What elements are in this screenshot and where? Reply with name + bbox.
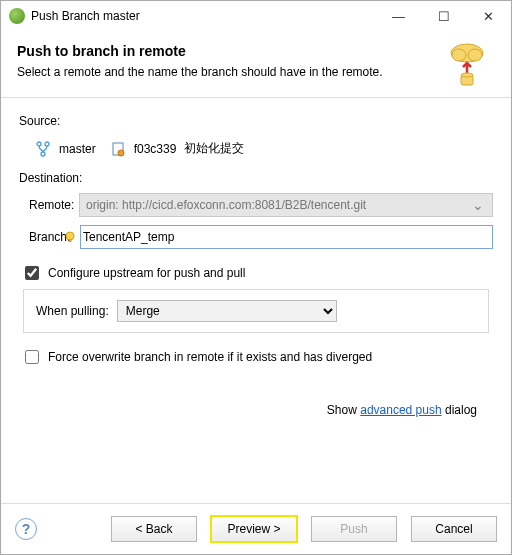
when-pulling-label: When pulling: bbox=[36, 304, 109, 318]
push-cloud-icon bbox=[447, 41, 487, 87]
branch-row: Branch: bbox=[19, 225, 493, 249]
maximize-button[interactable]: ☐ bbox=[421, 1, 466, 31]
title-bar: Push Branch master — ☐ ✕ bbox=[1, 1, 511, 31]
svg-point-9 bbox=[118, 150, 124, 156]
preview-button[interactable]: Preview > bbox=[211, 516, 297, 542]
source-branch-name: master bbox=[59, 142, 96, 156]
force-overwrite-row[interactable]: Force overwrite branch in remote if it e… bbox=[21, 347, 493, 367]
close-button[interactable]: ✕ bbox=[466, 1, 511, 31]
remote-label: Remote: bbox=[19, 198, 79, 212]
commit-icon bbox=[112, 141, 126, 157]
commit-message: 初始化提交 bbox=[184, 140, 244, 157]
header-subtitle: Select a remote and the name the branch … bbox=[17, 65, 495, 79]
svg-point-6 bbox=[45, 142, 49, 146]
configure-upstream-checkbox[interactable] bbox=[25, 266, 39, 280]
back-button[interactable]: < Back bbox=[111, 516, 197, 542]
branch-icon bbox=[35, 141, 51, 157]
help-icon[interactable]: ? bbox=[15, 518, 37, 540]
lightbulb-icon bbox=[63, 230, 77, 244]
dialog-window: Push Branch master — ☐ ✕ Push to branch … bbox=[0, 0, 512, 555]
remote-select[interactable]: origin: http://cicd.efoxconn.com:8081/B2… bbox=[79, 193, 493, 217]
remote-value: origin: http://cicd.efoxconn.com:8081/B2… bbox=[86, 198, 366, 212]
minimize-button[interactable]: — bbox=[376, 1, 421, 31]
cancel-button[interactable]: Cancel bbox=[411, 516, 497, 542]
source-label: Source: bbox=[19, 114, 493, 128]
svg-point-2 bbox=[468, 49, 482, 61]
window-title: Push Branch master bbox=[31, 9, 376, 23]
svg-point-4 bbox=[461, 73, 473, 77]
advanced-push-link[interactable]: advanced push bbox=[360, 403, 441, 417]
remote-row: Remote: origin: http://cicd.efoxconn.com… bbox=[19, 193, 493, 217]
branch-input[interactable] bbox=[81, 230, 492, 244]
dialog-header: Push to branch in remote Select a remote… bbox=[1, 31, 511, 87]
svg-point-1 bbox=[452, 49, 466, 61]
source-row: master f03c339 初始化提交 bbox=[19, 134, 493, 167]
advanced-row: Show advanced push dialog bbox=[19, 373, 493, 417]
force-overwrite-label: Force overwrite branch in remote if it e… bbox=[48, 350, 372, 364]
header-title: Push to branch in remote bbox=[17, 43, 495, 59]
separator bbox=[1, 97, 511, 98]
svg-point-5 bbox=[37, 142, 41, 146]
force-overwrite-checkbox[interactable] bbox=[25, 350, 39, 364]
app-icon bbox=[9, 8, 25, 24]
advanced-suffix: dialog bbox=[442, 403, 477, 417]
configure-upstream-row[interactable]: Configure upstream for push and pull bbox=[21, 263, 493, 283]
destination-label: Destination: bbox=[19, 171, 493, 185]
commit-hash: f03c339 bbox=[134, 142, 177, 156]
pulling-group: When pulling: Merge bbox=[23, 289, 489, 333]
svg-point-7 bbox=[41, 152, 45, 156]
branch-input-wrap[interactable] bbox=[80, 225, 493, 249]
configure-upstream-label: Configure upstream for push and pull bbox=[48, 266, 245, 280]
button-bar: ? < Back Preview > Push Cancel bbox=[1, 503, 511, 554]
push-button: Push bbox=[311, 516, 397, 542]
advanced-prefix: Show bbox=[327, 403, 360, 417]
svg-rect-11 bbox=[69, 239, 72, 242]
svg-point-10 bbox=[66, 232, 74, 240]
content-area: Source: master f03c339 初始化提交 Destination… bbox=[1, 106, 511, 417]
when-pulling-select[interactable]: Merge bbox=[117, 300, 337, 322]
